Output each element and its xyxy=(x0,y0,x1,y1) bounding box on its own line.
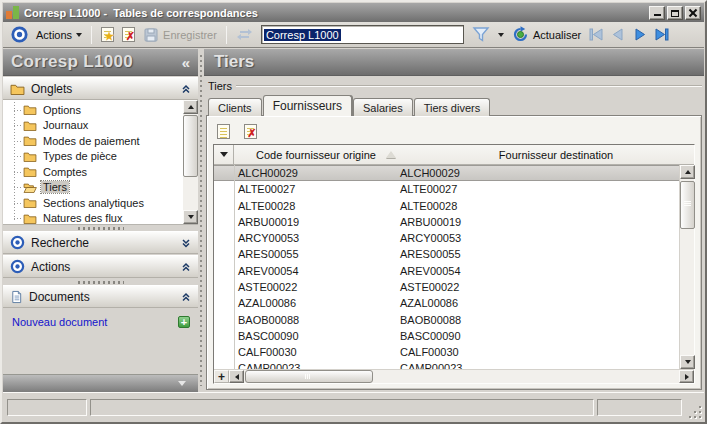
table-row[interactable]: ASTE00022ASTE00022 xyxy=(214,279,679,295)
column-header-destination[interactable]: Fournisseur destination xyxy=(418,149,694,161)
table-row[interactable]: ARBU00019ARBU00019 xyxy=(214,214,679,230)
first-record-button[interactable] xyxy=(585,25,607,45)
sidebar-collapse-button[interactable]: « xyxy=(182,54,190,71)
table-row[interactable]: ALTE00027ALTE00027 xyxy=(214,181,679,197)
tree-item-modes-de-paiement[interactable]: Modes de paiement xyxy=(3,133,183,149)
target-icon xyxy=(10,235,25,250)
panel-label-recherche: Recherche xyxy=(31,236,175,250)
tree-item-journaux[interactable]: Journaux xyxy=(3,118,183,134)
sync-button[interactable] xyxy=(232,25,257,44)
table-row[interactable]: ARES00055ARES00055 xyxy=(214,246,679,262)
tree-scroll-up-button[interactable] xyxy=(183,100,198,114)
add-row-button[interactable]: + xyxy=(214,370,229,383)
content-area: Corresp L1000 « Onglets Options xyxy=(3,49,704,392)
tab-tiers-divers[interactable]: Tiers divers xyxy=(414,98,490,116)
grid-new-row-button[interactable] xyxy=(213,121,233,141)
table-row[interactable]: ARCY00053ARCY00053 xyxy=(214,230,679,246)
tree-item-sections-analytiques[interactable]: Sections analytiques xyxy=(3,195,183,211)
sidebar-header: Corresp L1000 « xyxy=(3,49,198,76)
chevron-down-icon xyxy=(76,33,82,40)
panel-label-actions: Actions xyxy=(31,260,175,274)
actions-menu-label: Actions xyxy=(36,29,72,41)
sidebar: Corresp L1000 « Onglets Options xyxy=(3,49,198,392)
grid-hscroll-thumb[interactable] xyxy=(245,370,373,383)
folder-icon xyxy=(23,166,37,177)
tab-salaries[interactable]: Salaries xyxy=(353,98,413,116)
refresh-button[interactable]: Actualiser xyxy=(508,24,585,45)
save-button[interactable]: Enregistrer xyxy=(139,25,221,45)
save-icon xyxy=(143,27,159,43)
table-selector-combobox[interactable]: Corresp L1000 xyxy=(261,25,464,44)
table-row[interactable]: AREV00054AREV00054 xyxy=(214,263,679,279)
groupbox-label: Tiers xyxy=(208,80,232,92)
table-row[interactable]: ALCH00029ALCH00029 xyxy=(214,165,679,181)
tree-item-comptes[interactable]: Comptes xyxy=(3,164,183,180)
column-header-origin[interactable]: Code fournisseur origine xyxy=(234,149,418,161)
arrow-left-icon xyxy=(232,374,239,380)
delete-row-icon: ✗ xyxy=(244,124,257,139)
grid-delete-row-button[interactable]: ✗ xyxy=(240,121,260,141)
window-title: Corresp L1000 - Tables de correspondance… xyxy=(24,7,647,19)
resize-grip[interactable] xyxy=(688,405,701,418)
actions-menu-button[interactable]: Actions xyxy=(32,27,86,43)
folder-icon xyxy=(23,197,37,208)
app-icon xyxy=(6,6,19,19)
save-label: Enregistrer xyxy=(163,29,217,41)
delete-record-button[interactable]: ✗ xyxy=(118,25,139,44)
chevron-double-up-icon xyxy=(181,262,191,272)
new-record-button[interactable]: ★ xyxy=(97,25,118,44)
table-row[interactable]: ALTE00028ALTE00028 xyxy=(214,198,679,214)
close-icon xyxy=(689,9,697,17)
panel-header-recherche[interactable]: Recherche xyxy=(3,231,198,254)
folder-icon xyxy=(23,120,37,131)
status-panel-middle xyxy=(90,399,594,416)
tree-scroll-down-button[interactable] xyxy=(183,210,198,224)
grid-scroll-up-button[interactable] xyxy=(680,165,695,179)
next-record-button[interactable] xyxy=(629,25,651,45)
table-row[interactable]: BASC00090BASC00090 xyxy=(214,328,679,344)
tree-item-tiers[interactable]: Tiers xyxy=(3,180,183,196)
panel-label-documents: Documents xyxy=(29,290,175,304)
tree-item-options[interactable]: Options xyxy=(3,102,183,118)
panel-header-actions[interactable]: Actions xyxy=(3,255,198,278)
grid-scroll-down-button[interactable] xyxy=(680,355,695,369)
previous-record-button[interactable] xyxy=(607,25,629,45)
title-bar: Corresp L1000 - Tables de correspondance… xyxy=(3,3,704,22)
tab-fournisseurs[interactable]: Fournisseurs xyxy=(263,95,352,116)
sidebar-bottom-bar[interactable] xyxy=(3,374,198,392)
grid-hscroll-track[interactable] xyxy=(373,370,679,383)
close-button[interactable] xyxy=(685,6,701,20)
table-row[interactable]: CALF00030CALF00030 xyxy=(214,344,679,360)
panel-header-documents[interactable]: Documents xyxy=(3,285,198,308)
arrow-right-icon xyxy=(685,374,692,380)
app-window: Corresp L1000 - Tables de correspondance… xyxy=(0,0,707,424)
table-row[interactable]: AZAL00086AZAL00086 xyxy=(214,295,679,311)
row-selector-gutter[interactable] xyxy=(214,145,234,164)
target-icon xyxy=(10,259,25,274)
new-document-icon: ★ xyxy=(101,27,114,42)
tree-item-natures-des-flux[interactable]: Natures des flux xyxy=(3,211,183,226)
grid-vertical-scrollbar[interactable] xyxy=(679,165,694,369)
tree-scrollbar-thumb[interactable] xyxy=(183,115,198,177)
chevron-double-up-icon xyxy=(181,84,191,94)
grid-scroll-left-button[interactable] xyxy=(229,370,244,383)
grid-horizontal-scrollbar[interactable]: + xyxy=(214,369,694,383)
grid-vscroll-thumb[interactable] xyxy=(680,181,695,229)
filter-button[interactable] xyxy=(468,24,494,45)
tab-clients[interactable]: Clients xyxy=(208,98,262,116)
table-row[interactable]: BAOB00088BAOB00088 xyxy=(214,311,679,327)
tree-item-types-de-piece[interactable]: Types de pièce xyxy=(3,149,183,165)
minimize-icon xyxy=(654,14,661,16)
last-record-button[interactable] xyxy=(651,25,673,45)
table-row[interactable]: CAMP00023CAMP00023 xyxy=(214,360,679,369)
maximize-button[interactable] xyxy=(667,6,683,20)
panel-header-onglets[interactable]: Onglets xyxy=(3,77,198,100)
grid-scroll-right-button[interactable] xyxy=(679,370,694,383)
add-document-button[interactable]: + xyxy=(178,316,190,328)
minimize-button[interactable] xyxy=(649,6,665,20)
filter-dropdown-button[interactable] xyxy=(494,27,508,42)
new-document-link[interactable]: Nouveau document xyxy=(12,316,178,328)
panel-label-onglets: Onglets xyxy=(31,82,175,96)
tree-scrollbar[interactable] xyxy=(183,100,198,224)
chevron-double-down-icon xyxy=(181,238,191,248)
